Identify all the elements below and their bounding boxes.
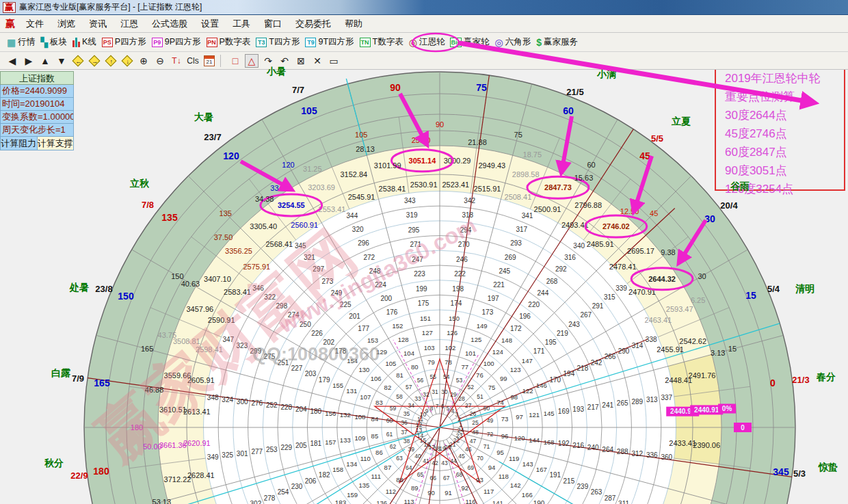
t-square-icon: T3: [256, 38, 267, 47]
toolbar-item-label: T数字表: [373, 36, 403, 48]
symbol-info-panel: 上证指数 价格=2440.9099时间=20190104变换系数=1.00000…: [0, 71, 74, 150]
toolbar-item-label: 9T四方形: [318, 36, 354, 48]
p-table-icon: PN: [207, 38, 217, 47]
rotate-cw-icon[interactable]: ↷: [261, 54, 275, 68]
toolbar-item-t-square[interactable]: T3T四方形: [253, 36, 302, 49]
sectors-icon: ▚: [40, 38, 48, 47]
toolbar-item-label: 赢家服务: [544, 36, 578, 48]
annotation-line: 90度3051点: [725, 161, 844, 180]
xbox-tool-icon[interactable]: ⊠: [294, 54, 308, 68]
kline-icon: [72, 37, 80, 47]
menu-item[interactable]: 公式选股: [152, 18, 187, 30]
toolbar-item-winner-wheel[interactable]: Big赢家轮: [447, 36, 492, 49]
menu-item[interactable]: 工具: [233, 18, 250, 30]
menu-item[interactable]: 设置: [201, 18, 219, 30]
app-logo-icon: 赢: [3, 2, 16, 13]
annotation-line: 30度2644点: [725, 106, 844, 124]
toolbar-item-label: T四方形: [269, 36, 300, 48]
toolbar-item-label: 赢家轮: [464, 36, 490, 48]
menu-bar: 赢 文件浏览资讯江恩公式选股设置工具窗口交易委托帮助: [0, 15, 848, 33]
p-square-icon: PS: [102, 38, 113, 47]
diamond-down-icon[interactable]: ↓: [120, 54, 134, 68]
main-toolbar: ▦行情▚板块K线PSP四方形P99P四方形PNP数字表T3T四方形T99T四方形…: [0, 33, 848, 52]
info-row: 时间=20190104: [0, 98, 74, 111]
sep1-icon: [220, 55, 224, 67]
diamond-left-icon[interactable]: ←: [71, 54, 85, 68]
menu-item[interactable]: 文件: [26, 18, 44, 30]
toolbar-item-hexagon[interactable]: ◎六角形: [492, 36, 533, 49]
toolbar-item-label: 六角形: [505, 36, 531, 48]
winner-wheel-icon: Big: [450, 38, 462, 47]
cls-icon[interactable]: Cls: [186, 54, 200, 68]
hexagon-icon: ◎: [494, 38, 503, 47]
toolbar-item-p-square[interactable]: PSP四方形: [99, 36, 149, 49]
nav-down-icon[interactable]: ▼: [55, 54, 68, 68]
menu-item[interactable]: 资讯: [89, 18, 107, 30]
rect-tool-icon[interactable]: □: [228, 54, 242, 68]
toolbar-item-quotes[interactable]: ▦行情: [4, 36, 38, 49]
window-title: 赢家江恩专业版[赢家服务平台] - [上证指数 江恩轮]: [19, 1, 202, 13]
diamond-up-icon[interactable]: ↑: [104, 54, 118, 68]
toolbar-item-t-table[interactable]: TNT数字表: [357, 36, 406, 49]
zoom-out-icon[interactable]: ⊖: [153, 54, 167, 68]
toolbar-item-p-table[interactable]: PNP数字表: [204, 36, 254, 49]
menu-item[interactable]: 交易委托: [295, 18, 331, 30]
9p-square-icon: P9: [152, 38, 163, 47]
nav-right-icon[interactable]: ▶: [22, 54, 36, 68]
9t-square-icon: T9: [305, 38, 316, 47]
annotation-line: 45度2746点: [725, 124, 844, 143]
annotation-line: 2019年江恩轮中轮: [725, 69, 844, 88]
menu-item[interactable]: 窗口: [264, 18, 282, 30]
annotation-line: 120度3254点: [725, 180, 844, 198]
gann-wheel-icon: ◎: [409, 38, 417, 47]
toolbar-item-sectors[interactable]: ▚板块: [38, 36, 70, 49]
menu-logo-icon: 赢: [5, 18, 15, 30]
menu-item[interactable]: 江恩: [120, 18, 138, 30]
triangle-tool-icon[interactable]: △: [245, 54, 259, 68]
info-row: 变换系数=1.00000: [0, 111, 74, 124]
nav-left-icon[interactable]: ◀: [5, 54, 19, 68]
toolbar-item-winner-service[interactable]: $赢家服务: [533, 36, 581, 49]
screen-tool-icon[interactable]: ▭: [327, 54, 341, 68]
annotation-line: 重要点位测算: [725, 88, 844, 106]
toolbar-item-9t-square[interactable]: T99T四方形: [302, 36, 356, 49]
toolbar-item-label: P四方形: [115, 36, 146, 48]
calc-resistance-button[interactable]: 计算阻力: [0, 137, 38, 150]
winner-service-icon: $: [536, 38, 542, 47]
toolbar-item-label: 行情: [18, 36, 35, 48]
annotation-line: 60度2847点: [725, 143, 844, 161]
t-updown-icon[interactable]: T↓: [170, 54, 183, 68]
zoom-in-icon[interactable]: ⊕: [137, 54, 150, 68]
menu-item[interactable]: 帮助: [345, 18, 362, 30]
menu-item[interactable]: 浏览: [57, 18, 75, 30]
toolbar-item-label: K线: [82, 36, 96, 48]
nav-up-icon[interactable]: ▲: [38, 54, 52, 68]
draw-toolbar: ◀▶▲▼←→↑↓⊕⊖T↓Cls21□△↷↶⊠✕▭: [0, 52, 848, 70]
toolbar-item-label: 江恩轮: [419, 36, 445, 48]
toolbar-item-kline[interactable]: K线: [70, 36, 99, 49]
shrink-tool-icon[interactable]: ✕: [310, 54, 324, 68]
toolbar-item-gann-wheel[interactable]: ◎江恩轮: [406, 36, 448, 49]
symbol-name: 上证指数: [0, 71, 74, 85]
toolbar-item-label: P数字表: [220, 36, 251, 48]
quotes-icon: ▦: [7, 38, 16, 47]
annotation-box: 2019年江恩轮中轮重要点位测算30度2644点45度2746点60度2847点…: [715, 60, 845, 191]
t-table-icon: TN: [360, 38, 371, 47]
toolbar-item-9p-square[interactable]: P99P四方形: [149, 36, 204, 49]
calendar-icon[interactable]: 21: [202, 54, 216, 68]
calc-support-button[interactable]: 计算支撑: [38, 137, 75, 150]
toolbar-item-label: 板块: [50, 36, 67, 48]
info-row: 价格=2440.9099: [0, 85, 74, 98]
diamond-right-icon[interactable]: →: [88, 54, 101, 68]
title-bar: 赢 赢家江恩专业版[赢家服务平台] - [上证指数 江恩轮]: [0, 0, 848, 15]
toolbar-item-label: 9P四方形: [165, 36, 201, 48]
rotate-ccw-icon[interactable]: ↶: [278, 54, 291, 68]
info-row: 周天变化步长=1: [0, 124, 74, 137]
